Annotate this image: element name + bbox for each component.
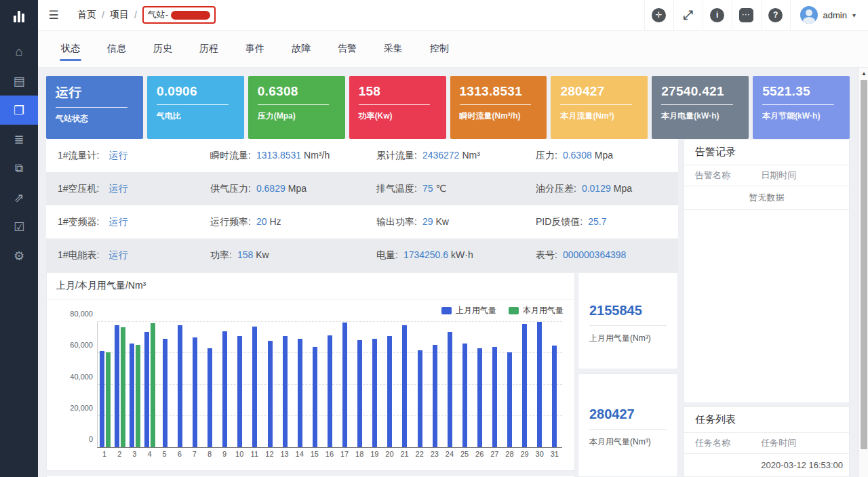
device-row: 1#流量计:运行瞬时流量:1313.8531Nm³/h累计流量:2436272N… — [46, 139, 678, 172]
sidebar-item-settings[interactable]: ⚙ — [0, 241, 38, 270]
sidebar-item-report[interactable]: ▤ — [0, 66, 38, 96]
sidebar-item-device-list[interactable]: ≣ — [0, 125, 38, 154]
tab-1[interactable]: 状态 — [60, 31, 81, 66]
bar-group-day-5[interactable] — [157, 322, 172, 447]
stat-card[interactable]: 5521.35本月节能(kW·h) — [753, 76, 850, 139]
bar-上月用气量 — [130, 344, 134, 447]
sidebar-item-screens[interactable]: ❐ — [0, 96, 38, 125]
x-tick-label: 14 — [292, 450, 307, 458]
tab-2[interactable]: 信息 — [106, 31, 127, 66]
bar-group-day-17[interactable] — [338, 322, 353, 447]
user-menu[interactable]: admin▾ — [790, 0, 868, 30]
bar-group-day-31[interactable] — [547, 322, 562, 447]
bar-group-day-23[interactable] — [427, 322, 442, 447]
scrollbar-thumb[interactable] — [861, 80, 867, 449]
bar-group-day-19[interactable] — [368, 322, 382, 447]
field-unit: kW·h — [451, 249, 473, 260]
bar-group-day-26[interactable] — [472, 322, 487, 447]
bar-group-day-28[interactable] — [502, 322, 517, 447]
message-icon[interactable]: ··· — [732, 0, 761, 30]
device-status-link[interactable]: 运行 — [108, 183, 127, 194]
tab-5[interactable]: 事件 — [244, 31, 266, 66]
field-value: 158 — [237, 249, 253, 260]
bar-group-day-30[interactable] — [532, 322, 547, 447]
bar-group-day-7[interactable] — [188, 322, 203, 447]
theme-icon[interactable]: ✛ — [644, 0, 673, 30]
bar-group-day-12[interactable] — [262, 322, 277, 447]
bar-上月用气量 — [100, 351, 104, 447]
chart-x-axis: 1234567891011121314151617181920212223242… — [97, 450, 562, 458]
x-tick-label: 19 — [367, 450, 382, 458]
bar-group-day-27[interactable] — [487, 322, 502, 447]
tab-7[interactable]: 告警 — [336, 31, 358, 66]
stat-card[interactable]: 0.0906气电比 — [147, 76, 244, 139]
left-sidebar: ⌂▤❐≣⧉⇗☑⚙ — [0, 30, 38, 477]
breadcrumb-project[interactable]: 项目 — [110, 9, 129, 21]
fullscreen-icon[interactable]: ⤢ — [673, 0, 703, 30]
stat-card[interactable]: 158功率(Kw) — [349, 76, 446, 139]
field-unit: Nm³ — [462, 150, 479, 161]
task-row[interactable]: 2020-03-12 16:53:00 — [684, 454, 849, 477]
app-logo[interactable] — [0, 0, 38, 30]
bar-group-day-21[interactable] — [397, 322, 412, 447]
breadcrumb-separator: / — [134, 9, 137, 20]
field-unit: ℃ — [435, 183, 446, 194]
bar-上月用气量 — [372, 339, 377, 447]
tab-4[interactable]: 历程 — [198, 31, 220, 66]
x-tick-label: 23 — [427, 450, 442, 458]
stat-card[interactable]: 280427本月流量(Nm³) — [551, 76, 648, 139]
stat-card-divider — [56, 107, 127, 108]
chart-title: 上月/本月用气量/Nm³ — [47, 273, 574, 299]
bar-group-day-29[interactable] — [517, 322, 532, 447]
bar-group-day-11[interactable] — [248, 322, 262, 447]
bar-group-day-6[interactable] — [172, 322, 187, 447]
bar-group-day-1[interactable] — [98, 322, 113, 447]
device-status-link[interactable]: 运行 — [108, 216, 127, 227]
tab-6[interactable]: 故障 — [290, 31, 312, 66]
bar-group-day-10[interactable] — [233, 322, 248, 447]
tab-9[interactable]: 控制 — [429, 31, 450, 66]
bar-group-day-8[interactable] — [203, 322, 218, 447]
bar-group-day-25[interactable] — [457, 322, 472, 447]
device-status-link[interactable]: 运行 — [108, 249, 127, 260]
sidebar-item-pages[interactable]: ⧉ — [0, 154, 38, 183]
bar-group-day-24[interactable] — [442, 322, 457, 447]
bar-group-day-22[interactable] — [412, 322, 427, 447]
bar-group-day-20[interactable] — [382, 322, 397, 447]
breadcrumb-home[interactable]: 首页 — [77, 9, 96, 21]
sidebar-item-trend[interactable]: ⇗ — [0, 183, 38, 212]
bar-group-day-18[interactable] — [353, 322, 368, 447]
tab-8[interactable]: 采集 — [382, 31, 404, 66]
stat-card[interactable]: 1313.8531瞬时流量(Nm³/h) — [450, 76, 547, 139]
bar-group-day-16[interactable] — [322, 322, 337, 447]
page-scrollbar[interactable]: ▲ — [859, 68, 868, 477]
info-icon[interactable]: i — [703, 0, 732, 30]
bar-group-day-15[interactable] — [307, 322, 322, 447]
field-unit: Hz — [269, 216, 281, 227]
bar-group-day-9[interactable] — [218, 322, 233, 447]
alarm-records-panel: 告警记录 告警名称 日期时间 暂无数据 — [684, 139, 850, 403]
device-status-link[interactable]: 运行 — [108, 150, 127, 161]
legend-swatch — [441, 307, 452, 314]
help-icon[interactable]: ? — [761, 0, 790, 30]
legend-item-上月用气量[interactable]: 上月用气量 — [441, 305, 496, 316]
bar-group-day-13[interactable] — [277, 322, 292, 447]
collapse-menu-icon[interactable]: ☰ — [38, 0, 69, 30]
tab-3[interactable]: 历史 — [152, 31, 174, 66]
stat-card[interactable]: 0.6308压力(Mpa) — [248, 76, 345, 139]
bar-group-day-14[interactable] — [292, 322, 307, 447]
sidebar-item-home[interactable]: ⌂ — [0, 37, 38, 66]
bar-上月用气量 — [178, 325, 182, 447]
alarm-col-name: 告警名称 — [684, 169, 758, 182]
bar-上月用气量 — [462, 344, 467, 447]
bar-本月用气量 — [121, 327, 125, 447]
bar-group-day-2[interactable] — [113, 322, 127, 447]
legend-item-本月用气量[interactable]: 本月用气量 — [509, 305, 564, 316]
bar-group-day-4[interactable] — [142, 322, 157, 447]
bar-本月用气量 — [151, 323, 155, 447]
sidebar-item-inspect[interactable]: ☑ — [0, 212, 38, 241]
stat-card[interactable]: 27540.421本月电量(kW·h) — [652, 76, 749, 139]
stat-card[interactable]: 运行气站状态 — [46, 76, 143, 139]
scroll-up-arrow[interactable]: ▲ — [861, 70, 867, 77]
bar-group-day-3[interactable] — [127, 322, 142, 447]
